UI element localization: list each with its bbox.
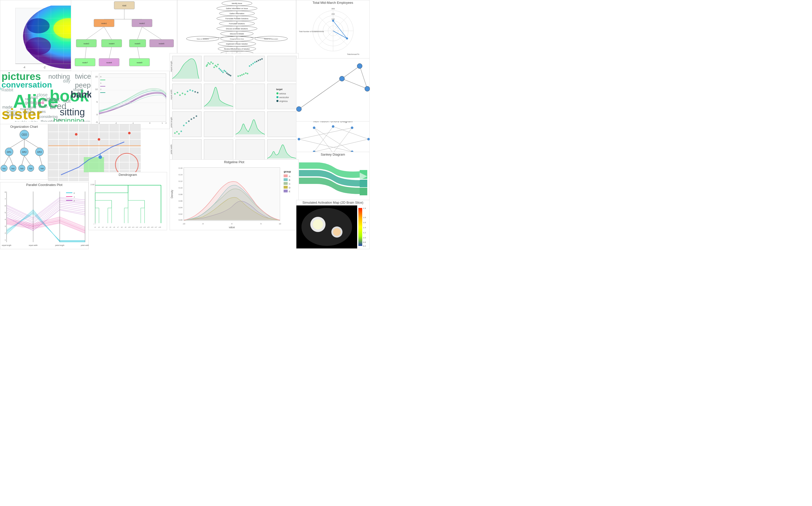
svg-text:1.2: 1.2 [363,232,366,234]
svg-text:sepal length: sepal length [2,244,11,246]
svg-rect-359 [284,175,288,177]
svg-text:2: 2 [5,232,6,234]
svg-text:0.08: 0.08 [178,193,182,195]
svg-text:2: 2 [100,88,101,91]
svg-point-176 [254,62,256,63]
svg-line-52 [109,47,111,59]
svg-rect-139 [236,84,265,109]
ridgeline-top-svg: 15 10 5 0 -5 -3 -2 -1 0 1 2 0 1 2 [91,71,170,129]
wc-eyes: eyes [38,109,46,113]
svg-text:10: 10 [279,223,281,225]
svg-text:CEO: CEO [21,133,27,136]
svg-line-51 [85,47,86,59]
chord-diagram-panel: Non-ribbon Chord Diagram [296,118,370,154]
svg-rect-146 [236,140,265,160]
svg-point-156 [217,64,219,65]
svg-line-286 [299,128,352,139]
svg-rect-105 [99,74,166,122]
svg-text:5: 5 [5,212,6,214]
svg-text:2.00: 2.00 [90,183,94,186]
svg-text:s11: s11 [132,227,135,228]
sankey-diagram-panel: Sankey Diagram [296,152,370,202]
svg-text:C: C [289,183,291,185]
svg-text:node8: node8 [106,62,112,64]
ridgeline-bottom-panel: Ridgeline Plot 0.16 0.14 0.12 0.10 0.08 … [170,159,299,230]
svg-rect-144 [172,140,201,160]
svg-line-43 [138,27,142,39]
svg-text:0.8: 0.8 [363,241,366,243]
svg-text:-5: -5 [96,121,98,123]
wc-well: well [30,95,38,100]
svg-line-234 [4,156,9,165]
svg-text:versicolor: versicolor [279,96,289,99]
svg-point-179 [259,59,261,61]
svg-text:E: E [289,190,290,193]
svg-point-200 [196,115,197,117]
svg-point-268 [98,138,100,141]
svg-text:200: 200 [331,13,335,15]
svg-point-186 [187,91,188,92]
radar-svg: 300 200 100 Total Number of Establishmen… [297,6,370,56]
brain-title: Simulated Activation Map (2D Brain Slice… [297,200,369,205]
svg-text:s18: s18 [158,227,161,228]
svg-point-172 [247,73,248,74]
svg-text:D: D [289,186,291,189]
parallel-title: Parallel Coordinates Plot [0,182,88,188]
tree-diagram-panel: root node1 node2 node3 node4 node5 node6… [71,0,177,73]
svg-point-150 [206,65,207,67]
svg-line-289 [299,139,352,152]
svg-text:value: value [229,226,235,229]
wc-ran: ran [25,97,30,101]
svg-text:node3: node3 [84,43,89,45]
svg-line-238 [39,156,42,165]
svg-text:100: 100 [331,18,335,20]
svg-text:petal width: petal width [170,145,172,154]
radar-chart-panel: Total Mid-March Employees 300 200 100 To… [296,0,370,61]
svg-text:s13: s13 [140,227,142,228]
ridgeline-top-panel: 15 10 5 0 -5 -3 -2 -1 0 1 2 0 1 2 [91,71,170,129]
x-tick-n4: -4 [23,66,25,69]
svg-text:TM4: TM4 [29,168,32,170]
sankey-svg [297,157,370,202]
svg-text:s2: s2 [98,227,100,228]
svg-text:-5: -5 [202,223,204,225]
svg-text:petal length: petal length [55,244,64,246]
svg-text:s3: s3 [102,227,104,228]
svg-text:setosa: setosa [279,92,286,95]
svg-text:0: 0 [100,76,101,78]
svg-text:petal length: petal length [170,117,172,128]
svg-text:group: group [284,170,291,173]
orgchart-svg: CEO DR1 DR2 DR3 TM1 TM2 TM3 TM4 TM5 [0,130,48,179]
svg-point-160 [222,72,224,73]
svg-line-287 [333,128,352,153]
svg-rect-292 [360,188,367,195]
svg-text:0.12: 0.12 [178,180,182,182]
svg-rect-365 [284,186,288,188]
tree-svg: root node1 node2 node3 node4 node5 node6… [71,0,177,74]
svg-line-235 [9,156,13,165]
wc-reading: reading [0,87,1,104]
svg-text:0: 0 [96,113,98,116]
svg-text:--: -- [93,223,95,225]
svg-text:TM2: TM2 [11,168,15,170]
svg-text:TM3: TM3 [20,168,23,170]
wc-making: making [20,107,31,111]
svg-point-162 [225,71,226,72]
svg-text:2: 2 [74,199,75,202]
svg-text:node5: node5 [135,43,141,45]
radar-label-annual: Total Annual Pe [347,54,359,55]
svg-rect-137 [267,56,297,81]
svg-point-164 [227,73,229,75]
svg-point-178 [258,60,259,61]
svg-text:0.00: 0.00 [178,219,182,221]
svg-line-410 [360,66,367,89]
svg-text:s17: s17 [155,227,157,228]
svg-line-236 [22,156,24,165]
svg-text:0.16: 0.16 [178,167,182,169]
wc-made: made [2,105,12,109]
svg-text:node1: node1 [101,22,107,24]
svg-point-167 [237,75,239,77]
svg-text:Identify Issue: Identify Issue [232,3,242,5]
flowchart-panel: Identify Issue Gather Information on Iss… [177,0,296,56]
svg-point-151 [210,62,212,63]
